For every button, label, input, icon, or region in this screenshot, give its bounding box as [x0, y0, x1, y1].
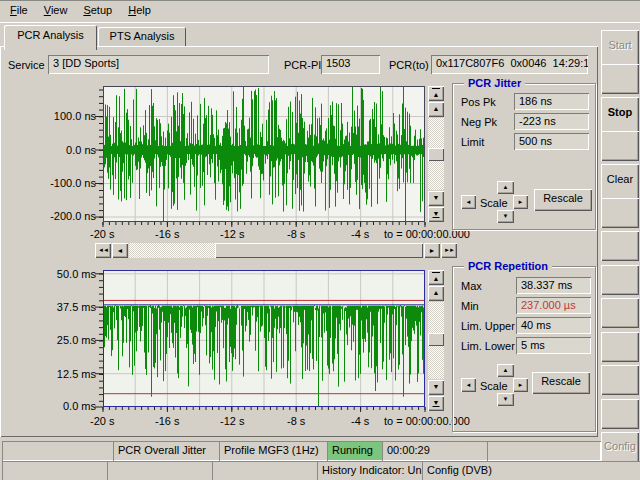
rep-scale-right-button[interactable]: ► [513, 378, 528, 392]
rep-xtick-4s: -4 s [351, 415, 369, 427]
left-arrow-icon: ◄ [117, 247, 124, 254]
up-arrow-icon: ▲ [433, 289, 440, 296]
pcr-jitter-title: PCR Jitter [464, 77, 525, 89]
jitter-scroll-up-button[interactable]: ▲ [428, 102, 444, 117]
rep-scroll-down-button[interactable]: ▼ [428, 380, 444, 395]
tab-pts-analysis[interactable]: PTS Analysis [98, 27, 186, 48]
jitter-scale-up-button[interactable]: ▲ [497, 181, 514, 194]
right-arrow-icon: ► [429, 247, 436, 254]
rep-scale-down-button[interactable]: ▼ [497, 393, 514, 406]
jitter-scroll-down-button[interactable]: ▼ [428, 191, 444, 206]
up-to-bar-icon: ▲ [433, 91, 440, 98]
spacer-button-7[interactable] [601, 332, 639, 362]
menu-help[interactable]: Help [120, 0, 159, 19]
limit-value: 500 ns [514, 133, 589, 150]
jitter-ytick-m100: -100.0 ns [40, 177, 96, 189]
tab-pcr-analysis[interactable]: PCR Analysis [4, 25, 97, 50]
spacer-button-6[interactable] [601, 298, 639, 328]
pcr-to-value-field: 0x117C807F6 0x0046 14:29:15 [431, 55, 588, 74]
spacer-button-4[interactable] [601, 231, 639, 261]
jitter-ytick-100: 100.0 ns [40, 110, 96, 122]
status2-empty-2 [107, 461, 215, 480]
rep-scale-up-button[interactable]: ▲ [497, 364, 514, 377]
jitter-xtick-16s: -16 s [155, 228, 179, 240]
hscroll-thumb[interactable] [215, 243, 423, 258]
pos-pk-value: 186 ns [514, 93, 589, 110]
pcr-analyzer-window: { "menu": {"items": ["File", "View", "Se… [0, 0, 640, 480]
down-arrow-icon: ▼ [433, 383, 440, 390]
jitter-vscroll-thumb[interactable] [428, 148, 444, 161]
up-arrow-icon: ▲ [503, 367, 509, 373]
rep-rescale-button[interactable]: Rescale [532, 372, 590, 394]
jitter-scale-down-button[interactable]: ▼ [497, 210, 514, 223]
min-label: Min [461, 300, 479, 312]
rep-xtick-16s: -16 s [155, 415, 179, 427]
lim-lower-value: 5 ms [516, 337, 591, 354]
neg-pk-label: Neg Pk [461, 116, 497, 128]
down-arrow-icon: ▼ [503, 213, 509, 219]
jitter-scale-left-button[interactable]: ◄ [461, 195, 476, 209]
rep-xtick-20s: -20 s [90, 415, 114, 427]
spacer-button-5[interactable] [601, 265, 639, 295]
jitter-rescale-button[interactable]: Rescale [534, 189, 592, 211]
rep-xtick-12s: -12 s [220, 415, 244, 427]
status-elapsed-time: 00:00:29 [382, 441, 490, 461]
jitter-xtick-4s: -4 s [351, 228, 369, 240]
down-to-bar-icon: ▼ [433, 210, 440, 217]
status-profile: Profile MGF3 (1Hz) [219, 441, 330, 461]
spacer-button-3[interactable] [601, 198, 639, 228]
pcr-jitter-chart [95, 86, 426, 227]
pos-pk-label: Pos Pk [461, 96, 496, 108]
rep-scroll-to-bottom-button[interactable]: ▼ [428, 396, 444, 411]
menu-bar: FileViewSetupHelp [0, 0, 640, 23]
left-arrow-icon: ◄ [466, 382, 472, 388]
rep-scroll-to-top-button[interactable]: ▲ [428, 270, 444, 285]
pcr-to-label: PCR(to) [389, 59, 429, 71]
up-to-bar-icon: ▲ [433, 275, 440, 282]
rep-ytick-12: 12.5 ms [40, 368, 96, 380]
hscroll-right-button[interactable]: ► [424, 243, 440, 258]
service-value-field[interactable]: 3 [DD Sports] [48, 55, 269, 74]
double-right-arrow-icon: ►► [444, 247, 454, 253]
right-arrow-icon: ► [518, 199, 524, 205]
jitter-scale-label: Scale [480, 197, 508, 209]
menu-setup[interactable]: Setup [75, 0, 120, 19]
down-to-bar-icon: ▼ [433, 399, 440, 406]
rep-scale-left-button[interactable]: ◄ [461, 378, 476, 392]
spacer-button-1[interactable] [601, 64, 639, 94]
hscroll-far-right-button[interactable]: ►► [441, 243, 457, 258]
lim-upper-value: 40 ms [516, 317, 591, 334]
neg-pk-value: -223 ns [514, 113, 589, 130]
rep-vscroll-thumb[interactable] [428, 333, 444, 346]
hscroll-far-left-button[interactable]: ◄◄ [95, 243, 111, 258]
rep-ytick-37: 37.5 ms [40, 301, 96, 313]
double-left-arrow-icon: ◄◄ [98, 247, 108, 253]
jitter-ytick-m200: -200.0 ns [40, 210, 96, 222]
jitter-xtick-8s: -8 s [287, 228, 305, 240]
rep-scroll-up-button[interactable]: ▲ [428, 286, 444, 301]
rep-ytick-0: 0.0 ms [40, 400, 96, 412]
spacer-button-9[interactable] [601, 399, 639, 429]
limit-label: Limit [461, 136, 484, 148]
status-empty-1 [2, 441, 115, 461]
left-arrow-icon: ◄ [466, 199, 472, 205]
jitter-scale-right-button[interactable]: ► [513, 195, 528, 209]
spacer-button-8[interactable] [601, 365, 639, 395]
jitter-ytick-0: 0.0 ns [40, 144, 96, 156]
status-running-badge: Running [327, 441, 385, 461]
jitter-scroll-to-bottom-button[interactable]: ▼ [428, 207, 444, 222]
max-value: 38.337 ms [516, 277, 591, 294]
jitter-xtick-12s: -12 s [220, 228, 244, 240]
status2-empty-3 [212, 461, 320, 480]
up-arrow-icon: ▲ [433, 105, 440, 112]
hscroll-left-button[interactable]: ◄ [112, 243, 128, 258]
menu-view[interactable]: View [36, 0, 76, 19]
pcr-pid-value-field[interactable]: 1503 [321, 55, 380, 74]
rep-ytick-25: 25.0 ms [40, 334, 96, 346]
spacer-button-2[interactable] [601, 131, 639, 161]
status2-history-indicator: History Indicator: Unlimited [317, 461, 425, 480]
lim-upper-label: Lim. Upper [461, 320, 515, 332]
jitter-scroll-to-top-button[interactable]: ▲ [428, 86, 444, 101]
status2-config: Config (DVB) [422, 461, 640, 480]
menu-file[interactable]: File [2, 0, 36, 19]
